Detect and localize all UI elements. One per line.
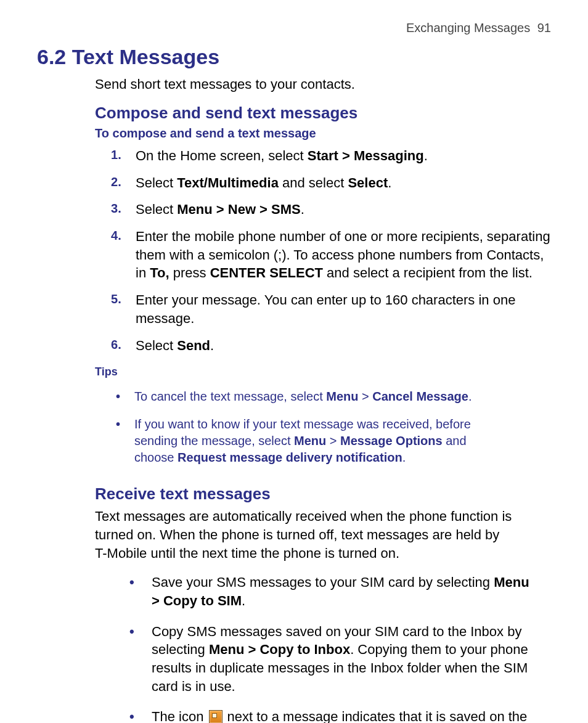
section-intro: Send short text messages to your contact… (95, 76, 551, 92)
tip-2: If you want to know if your text message… (116, 412, 551, 473)
bold: Menu (326, 390, 358, 403)
text: and select a recipient from the list. (323, 265, 533, 280)
step-4: Enter the mobile phone number of one or … (111, 225, 551, 288)
text: . (301, 202, 304, 217)
bold: CENTER SELECT (210, 265, 323, 280)
receive-heading: Receive text messages (95, 484, 551, 504)
receive-bullets: Save your SMS messages to your SIM card … (129, 570, 551, 723)
page-number: 91 (537, 21, 551, 35)
text: and select (279, 175, 348, 190)
text: . (424, 148, 428, 163)
bold: Select (348, 175, 388, 190)
bullet-2: Copy SMS messages saved on your SIM card… (129, 619, 551, 705)
text: The icon (152, 709, 208, 723)
bold: Cancel Message (372, 390, 468, 403)
tips-label: Tips (95, 366, 551, 378)
text: next to a message indicates that it is s… (152, 709, 527, 723)
text: Select (136, 202, 177, 217)
sim-card-icon (209, 710, 223, 723)
step-5: Enter your message. You can enter up to … (111, 288, 551, 333)
bold: Menu (294, 434, 326, 447)
running-head: Exchanging Messages 91 (37, 21, 551, 35)
text: To cancel the text message, select (134, 390, 326, 403)
document-page: Exchanging Messages 91 6.2 Text Messages… (0, 0, 588, 723)
bold: Start > Messaging (308, 148, 424, 163)
text: > (326, 434, 340, 447)
text: . (402, 451, 406, 464)
step-6: Select Send. (111, 334, 551, 361)
bold: Text/Multimedia (177, 175, 279, 190)
text: > (359, 390, 373, 403)
text: press (169, 265, 210, 280)
bold: Request message delivery notification (178, 451, 402, 464)
bold: Message Options (340, 434, 443, 447)
text: . (210, 338, 214, 353)
step-1: On the Home screen, select Start > Messa… (111, 144, 551, 171)
bullet-3: The icon next to a message indicates tha… (129, 704, 551, 723)
text: Select (136, 175, 177, 190)
text: . (468, 390, 472, 403)
text: Save your SMS messages to your SIM card … (152, 574, 494, 590)
tip-1: To cancel the text message, select Menu … (116, 385, 551, 412)
chapter-name: Exchanging Messages (406, 21, 530, 35)
section-title: 6.2 Text Messages (37, 45, 551, 69)
text: Select (136, 338, 177, 353)
text: On the Home screen, select (136, 148, 308, 163)
text: . (388, 175, 391, 190)
text: Enter your message. You can enter up to … (136, 292, 515, 326)
bullet-1: Save your SMS messages to your SIM card … (129, 570, 551, 618)
bold: Menu > Copy to Inbox (209, 642, 350, 657)
compose-heading: Compose and send text messages (95, 104, 551, 123)
text: . (242, 593, 245, 608)
step-2: Select Text/Multimedia and select Select… (111, 171, 551, 198)
compose-steps: On the Home screen, select Start > Messa… (111, 144, 551, 361)
receive-paragraph: Text messages are automatically received… (95, 507, 514, 562)
tips-list: To cancel the text message, select Menu … (116, 385, 551, 473)
compose-task-heading: To compose and send a text message (95, 126, 551, 141)
step-3: Select Menu > New > SMS. (111, 198, 551, 225)
bold: To, (150, 265, 169, 280)
bold: Menu > New > SMS (177, 202, 301, 217)
bold: Send (177, 338, 210, 353)
